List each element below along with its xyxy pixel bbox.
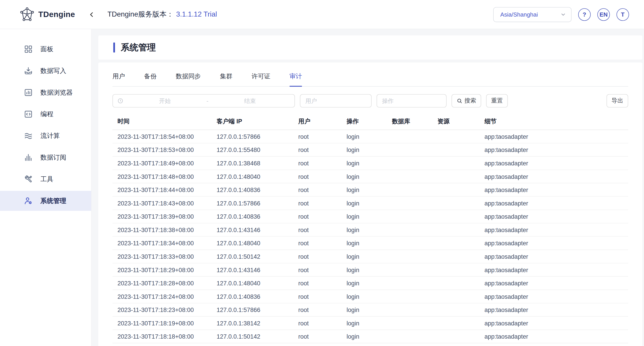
sidebar-item-subscribe[interactable]: 数据订阅 [0, 148, 91, 168]
cell-user: root [293, 210, 342, 223]
reset-button[interactable]: 重置 [486, 94, 508, 108]
cell-database [387, 290, 432, 303]
header-actions: Asia/Shanghai ? EN T [493, 7, 629, 22]
cell-user: root [293, 330, 342, 343]
table-header-row: 时间客户端 IP用户操作数据库资源细节 [112, 113, 628, 130]
help-button[interactable]: ? [578, 8, 591, 20]
cell-detail: app:taosadapter [480, 170, 628, 183]
cell-detail: app:taosadapter [480, 210, 628, 223]
cell-detail: app:taosadapter [480, 276, 628, 290]
cell-resource [432, 130, 479, 143]
tab-audit[interactable]: 审计 [290, 72, 302, 86]
cell-user: root [293, 303, 342, 316]
date-range-picker[interactable]: - [112, 94, 295, 108]
start-date-input[interactable] [125, 98, 205, 104]
avatar[interactable]: T [616, 8, 629, 20]
server-version-label: TDengine服务版本： [108, 10, 174, 19]
cell-time: 2023-11-30T17:18:54+08:00 [112, 130, 212, 143]
tab-backup[interactable]: 备份 [144, 72, 157, 86]
cell-database [387, 143, 432, 156]
cell-time: 2023-11-30T17:18:49+08:00 [112, 156, 212, 170]
export-button-label: 导出 [612, 97, 623, 105]
cell-user: root [293, 223, 342, 236]
table-row: 2023-11-30T17:18:34+08:00127.0.0.1:48040… [112, 236, 628, 250]
sidebar-item-label: 数据浏览器 [40, 88, 73, 97]
cell-time: 2023-11-30T17:18:33+08:00 [112, 250, 212, 263]
sidebar-item-explorer[interactable]: 数据浏览器 [0, 82, 91, 102]
cell-time: 2023-11-30T17:18:38+08:00 [112, 223, 212, 236]
cell-user: root [293, 290, 342, 303]
language-button[interactable]: EN [598, 8, 610, 20]
cell-time: 2023-11-30T17:18:24+08:00 [112, 290, 212, 303]
sidebar-collapse-button[interactable] [86, 8, 97, 20]
table-row: 2023-11-30T17:18:38+08:00127.0.0.1:43146… [112, 223, 628, 236]
sidebar-item-programming[interactable]: 编程 [0, 104, 91, 124]
sidebar-item-dashboard[interactable]: 面板 [0, 39, 91, 59]
table-row: 2023-11-30T17:18:29+08:00127.0.0.1:43146… [112, 263, 628, 276]
sidebar-item-tools[interactable]: 工具 [0, 169, 91, 189]
cell-resource [432, 196, 479, 210]
column-header: 数据库 [387, 113, 432, 130]
subscription-icon [24, 153, 33, 162]
cell-time: 2023-11-30T17:18:18+08:00 [112, 330, 212, 343]
table-row: 2023-11-30T17:18:54+08:00127.0.0.1:57866… [112, 130, 628, 143]
cell-client_ip: 127.0.0.1:38468 [212, 156, 293, 170]
tab-sync[interactable]: 数据同步 [176, 72, 201, 86]
tab-users[interactable]: 用户 [112, 72, 125, 86]
operation-filter-input[interactable] [376, 94, 447, 108]
user-filter-input[interactable] [300, 94, 372, 108]
table-row: 2023-11-30T17:18:19+08:00127.0.0.1:38142… [112, 316, 628, 330]
tab-license[interactable]: 许可证 [252, 72, 270, 86]
clock-icon [118, 98, 123, 104]
cell-operation: login [342, 170, 387, 183]
cell-user: root [293, 316, 342, 330]
cell-client_ip: 127.0.0.1:55480 [212, 143, 293, 156]
timezone-select[interactable]: Asia/Shanghai [493, 7, 572, 22]
top-bar: TDengine TDengine服务版本： 3.1.1.12 Trial As… [0, 0, 644, 29]
cell-detail: app:taosadapter [480, 250, 628, 263]
cell-user: root [293, 196, 342, 210]
cell-client_ip: 127.0.0.1:48040 [212, 276, 293, 290]
cell-operation: login [342, 316, 387, 330]
title-accent-bar [113, 42, 115, 52]
cell-client_ip: 127.0.0.1:57866 [212, 196, 293, 210]
end-date-input[interactable] [210, 98, 290, 104]
timezone-value: Asia/Shanghai [500, 11, 560, 18]
cell-time: 2023-11-30T17:18:53+08:00 [112, 143, 212, 156]
cell-operation: login [342, 223, 387, 236]
page-title-card: 系统管理 [98, 35, 642, 60]
cell-detail: app:taosadapter [480, 316, 628, 330]
cell-operation: login [342, 290, 387, 303]
cell-detail: app:taosadapter [480, 303, 628, 316]
page-title: 系统管理 [121, 42, 156, 53]
tab-cluster[interactable]: 集群 [220, 72, 232, 86]
cell-operation: login [342, 210, 387, 223]
sidebar-item-label: 面板 [40, 45, 54, 54]
range-separator: - [205, 98, 210, 104]
cell-user: root [293, 130, 342, 143]
cell-client_ip: 127.0.0.1:40836 [212, 210, 293, 223]
cell-database [387, 156, 432, 170]
export-button[interactable]: 导出 [606, 94, 628, 108]
cell-operation: login [342, 330, 387, 343]
search-button[interactable]: 搜索 [452, 94, 481, 108]
cell-client_ip: 127.0.0.1:57866 [212, 303, 293, 316]
cell-user: root [293, 170, 342, 183]
cell-detail: app:taosadapter [480, 130, 628, 143]
cell-resource [432, 316, 479, 330]
tabs: 用户备份数据同步集群许可证审计 [112, 62, 628, 86]
sidebar-item-stream[interactable]: 流计算 [0, 126, 91, 146]
sidebar-item-label: 数据写入 [40, 66, 66, 75]
sidebar-item-label: 流计算 [40, 131, 60, 140]
cell-time: 2023-11-30T17:18:44+08:00 [112, 183, 212, 196]
cell-database [387, 250, 432, 263]
cell-operation: login [342, 263, 387, 276]
cell-operation: login [342, 130, 387, 143]
sidebar-item-label: 数据订阅 [40, 153, 66, 162]
tdengine-logo[interactable]: TDengine [19, 6, 86, 22]
sidebar-item-data-in[interactable]: 数据写入 [0, 61, 91, 81]
cell-resource [432, 210, 479, 223]
search-button-label: 搜索 [464, 97, 476, 105]
code-icon [24, 110, 33, 119]
sidebar-item-system[interactable]: 系统管理 [0, 191, 91, 211]
